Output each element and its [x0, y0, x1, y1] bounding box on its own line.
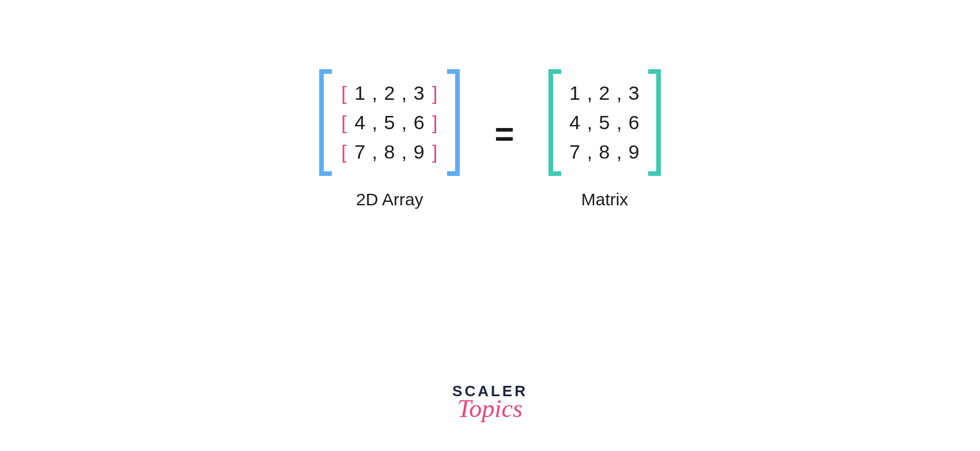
array-left-bracket: [319, 69, 332, 176]
logo-line2: Topics: [457, 399, 523, 419]
matrix-row-1: 4 , 5 , 6: [569, 111, 640, 134]
array-row-1: [ 4 , 5 , 6 ]: [340, 111, 439, 134]
matrix-row-content: 7 , 8 , 9: [569, 141, 640, 163]
matrix-caption: Matrix: [581, 190, 629, 209]
array-row-content: 1 , 2 , 3: [349, 82, 431, 104]
array-rows: [ 1 , 2 , 3 ] [ 4 , 5 , 6 ] [ 7 , 8 , 9 …: [332, 69, 447, 176]
array-right-bracket: [447, 69, 460, 176]
matrix-row-0: 1 , 2 , 3: [569, 82, 640, 104]
inner-left-bracket: [: [340, 111, 348, 134]
scaler-topics-logo: SCALER Topics: [452, 385, 528, 416]
array-row-2: [ 7 , 8 , 9 ]: [340, 141, 439, 163]
matrix-block: 1 , 2 , 3 4 , 5 , 6 7 , 8 , 9 Matrix: [548, 69, 660, 209]
inner-right-bracket: ]: [431, 111, 439, 134]
inner-right-bracket: ]: [431, 82, 439, 104]
matrix-left-bracket: [548, 69, 561, 176]
array-row-content: 7 , 8 , 9: [349, 141, 431, 163]
matrix-row-2: 7 , 8 , 9: [569, 141, 640, 163]
diagram-container: [ 1 , 2 , 3 ] [ 4 , 5 , 6 ] [ 7 , 8 , 9 …: [0, 0, 980, 209]
inner-left-bracket: [: [340, 82, 348, 104]
matrix-bracket-wrapper: 1 , 2 , 3 4 , 5 , 6 7 , 8 , 9: [548, 69, 660, 176]
equals-sign: =: [494, 114, 514, 153]
inner-right-bracket: ]: [431, 141, 439, 163]
array-row-0: [ 1 , 2 , 3 ]: [340, 82, 439, 104]
array-row-content: 4 , 5 , 6: [349, 111, 431, 134]
array-block: [ 1 , 2 , 3 ] [ 4 , 5 , 6 ] [ 7 , 8 , 9 …: [319, 69, 460, 209]
matrix-row-content: 1 , 2 , 3: [569, 82, 640, 104]
array-bracket-wrapper: [ 1 , 2 , 3 ] [ 4 , 5 , 6 ] [ 7 , 8 , 9 …: [319, 69, 460, 176]
matrix-rows: 1 , 2 , 3 4 , 5 , 6 7 , 8 , 9: [561, 69, 648, 176]
matrix-row-content: 4 , 5 , 6: [569, 111, 640, 134]
array-caption: 2D Array: [356, 190, 423, 209]
inner-left-bracket: [: [340, 141, 348, 163]
matrix-right-bracket: [648, 69, 661, 176]
